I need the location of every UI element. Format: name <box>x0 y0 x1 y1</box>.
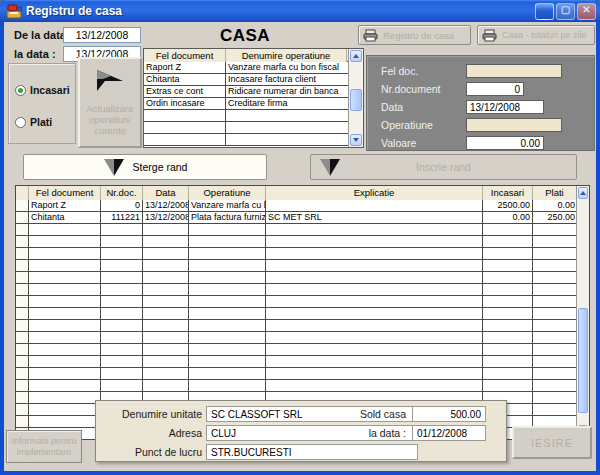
table-row[interactable] <box>16 296 577 308</box>
row-selector[interactable] <box>16 356 29 367</box>
column-header[interactable]: Nr.doc. <box>101 186 143 200</box>
table-cell <box>29 416 101 427</box>
column-header[interactable]: Explicatie <box>266 186 483 200</box>
informatii-implementare-button[interactable]: Informatii pentru implementare <box>6 430 82 463</box>
table-row[interactable] <box>16 260 577 272</box>
punct-de-lucru-input[interactable] <box>206 444 418 460</box>
table-row[interactable] <box>16 248 577 260</box>
row-selector[interactable] <box>16 296 29 307</box>
operatiune-input[interactable] <box>466 118 562 132</box>
iesire-button[interactable]: IESIRE <box>512 426 592 459</box>
table-cell <box>483 284 533 295</box>
close-button[interactable]: ✕ <box>577 3 596 20</box>
table-cell <box>533 404 577 415</box>
print-registru-label: Registru de casa <box>383 30 454 41</box>
column-header[interactable]: Plati <box>533 186 577 200</box>
arrow-right-icon <box>93 67 127 93</box>
row-selector[interactable] <box>16 248 29 259</box>
doc-type-row[interactable]: ChitantaIncasare factura client <box>144 74 348 86</box>
from-date-input[interactable] <box>63 27 141 43</box>
la-data-input[interactable] <box>412 425 486 441</box>
doc-types-scrollbar[interactable] <box>348 49 363 147</box>
nr-document-label: Nr.document <box>381 83 441 95</box>
table-cell <box>143 284 189 295</box>
table-cell <box>189 380 266 391</box>
row-selector[interactable] <box>16 416 29 427</box>
minimize-button[interactable]: _ <box>535 3 554 20</box>
data-input[interactable] <box>466 100 544 114</box>
table-cell <box>189 224 266 235</box>
column-header[interactable]: Fel document <box>29 186 101 200</box>
table-cell <box>29 368 101 379</box>
sterge-rand-button[interactable]: Sterge rand <box>23 154 267 180</box>
table-row[interactable] <box>16 380 577 392</box>
table-row[interactable] <box>16 272 577 284</box>
nr-document-input[interactable] <box>466 82 524 96</box>
row-selector[interactable] <box>16 212 29 223</box>
scrollbar-thumb[interactable] <box>350 89 362 111</box>
fel-doc-input[interactable] <box>466 64 562 78</box>
print-registru-button[interactable]: Registru de casa <box>358 25 471 45</box>
scroll-up-icon[interactable] <box>350 50 362 62</box>
doc-type-row[interactable] <box>144 134 348 146</box>
scroll-down-icon[interactable] <box>350 134 362 146</box>
row-selector[interactable] <box>16 272 29 283</box>
table-cell <box>483 236 533 247</box>
row-selector[interactable] <box>16 344 29 355</box>
table-row[interactable] <box>16 236 577 248</box>
actualizare-operatiuni-button[interactable]: Actualizare operatiuni curente <box>78 57 142 148</box>
table-row[interactable] <box>16 308 577 320</box>
table-row[interactable] <box>16 356 577 368</box>
column-header[interactable]: Fel document <box>144 49 226 62</box>
radio-plati[interactable]: Plati <box>15 116 52 128</box>
row-selector[interactable] <box>16 200 29 211</box>
doc-types-table: Fel document Denumire operatiune Raport … <box>143 48 364 148</box>
scroll-up-icon[interactable] <box>578 187 588 199</box>
row-selector[interactable] <box>16 368 29 379</box>
unit-info-panel: Denumire unitate Sold casa Adresa la dat… <box>95 400 507 462</box>
row-selector[interactable] <box>16 284 29 295</box>
row-selector[interactable] <box>16 236 29 247</box>
valoare-input[interactable] <box>466 136 544 150</box>
table-cell <box>266 296 483 307</box>
column-header[interactable]: Denumire operatiune <box>226 49 347 62</box>
print-totaluri-button[interactable]: Casa - totaluri pe zile <box>477 25 595 45</box>
table-cell <box>266 356 483 367</box>
doc-type-row[interactable] <box>144 122 348 134</box>
doc-type-row[interactable]: Extras ce contRidicare numerar din banca <box>144 86 348 98</box>
doc-type-row[interactable] <box>144 110 348 122</box>
table-cell <box>533 332 577 343</box>
doc-type-row[interactable]: Ordin incasareCreditare firma <box>144 98 348 110</box>
row-selector[interactable] <box>16 332 29 343</box>
table-cell: 250.00 <box>533 212 577 223</box>
table-row[interactable] <box>16 284 577 296</box>
table-cell <box>483 296 533 307</box>
column-header[interactable]: Data <box>143 186 189 200</box>
scrollbar-thumb[interactable] <box>578 308 588 413</box>
denumire-unitate-label: Denumire unitate <box>102 408 202 420</box>
row-selector[interactable] <box>16 260 29 271</box>
table-row[interactable]: Raport Z013/12/2008Vanzare marfa cu bon2… <box>16 200 577 212</box>
radio-incasari[interactable]: Incasari <box>15 84 70 96</box>
row-selector[interactable] <box>16 320 29 331</box>
table-row[interactable] <box>16 344 577 356</box>
maximize-button[interactable]: ▢ <box>556 3 575 20</box>
column-header[interactable]: Operatiune <box>189 186 266 200</box>
sold-casa-input[interactable] <box>412 406 486 422</box>
table-cell <box>533 392 577 403</box>
row-selector[interactable] <box>16 380 29 391</box>
inscrie-rand-button[interactable]: Inscrie rand <box>310 154 577 180</box>
column-header[interactable]: Incasari <box>483 186 533 200</box>
doc-type-row[interactable]: Raport ZVanzare marfa cu bon fiscal <box>144 62 348 74</box>
row-selector[interactable] <box>16 224 29 235</box>
table-row[interactable] <box>16 332 577 344</box>
table-row[interactable]: Chitanta11122113/12/2008Plata factura fu… <box>16 212 577 224</box>
table-row[interactable] <box>16 320 577 332</box>
row-selector[interactable] <box>16 392 29 403</box>
row-selector[interactable] <box>16 404 29 415</box>
table-row[interactable] <box>16 224 577 236</box>
row-selector[interactable] <box>16 308 29 319</box>
grid-scrollbar[interactable] <box>576 186 589 438</box>
table-row[interactable] <box>16 368 577 380</box>
table-cell <box>266 284 483 295</box>
